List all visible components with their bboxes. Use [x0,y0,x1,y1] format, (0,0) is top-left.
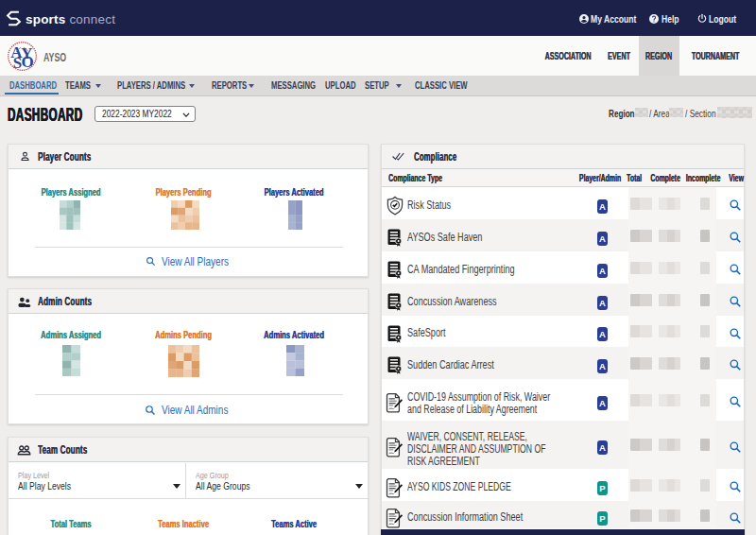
svg-text:S: S [13,54,22,72]
svg-text:O: O [21,53,33,71]
